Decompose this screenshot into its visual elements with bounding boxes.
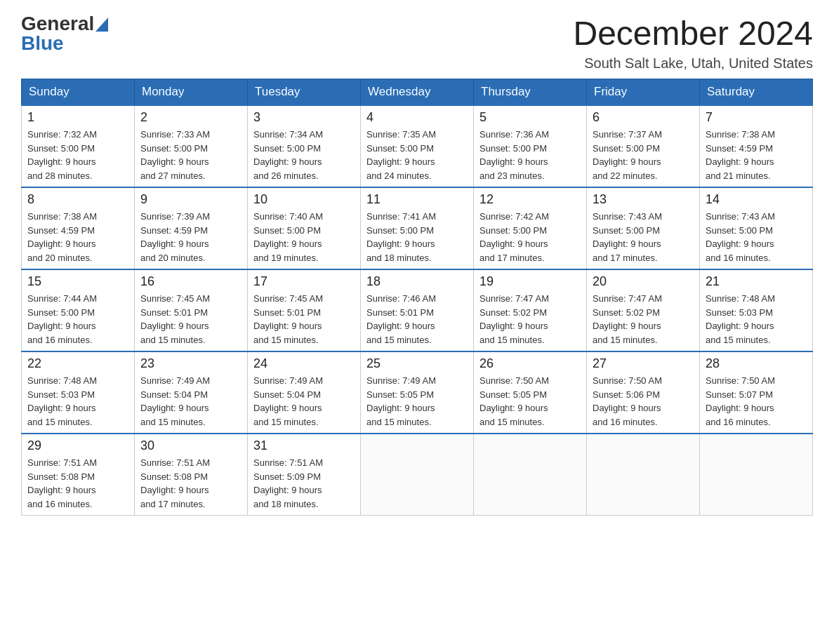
day-info: Sunrise: 7:37 AM Sunset: 5:00 PM Dayligh… xyxy=(593,128,694,182)
calendar-cell: 3 Sunrise: 7:34 AM Sunset: 5:00 PM Dayli… xyxy=(248,105,361,187)
day-info: Sunrise: 7:39 AM Sunset: 4:59 PM Dayligh… xyxy=(140,210,241,264)
day-info: Sunrise: 7:47 AM Sunset: 5:02 PM Dayligh… xyxy=(479,292,581,347)
calendar-cell: 25 Sunrise: 7:49 AM Sunset: 5:05 PM Dayl… xyxy=(361,351,474,434)
day-info: Sunrise: 7:48 AM Sunset: 5:03 PM Dayligh… xyxy=(27,374,128,429)
logo-blue: Blue xyxy=(21,34,64,53)
weekday-header-row: SundayMondayTuesdayWednesdayThursdayFrid… xyxy=(22,79,813,106)
day-number: 7 xyxy=(706,110,807,125)
day-info: Sunrise: 7:35 AM Sunset: 5:00 PM Dayligh… xyxy=(366,128,468,182)
day-number: 13 xyxy=(593,192,694,207)
calendar-cell: 7 Sunrise: 7:38 AM Sunset: 4:59 PM Dayli… xyxy=(700,105,813,187)
week-row-4: 22 Sunrise: 7:48 AM Sunset: 5:03 PM Dayl… xyxy=(22,351,813,434)
day-info: Sunrise: 7:50 AM Sunset: 5:05 PM Dayligh… xyxy=(479,374,581,429)
day-info: Sunrise: 7:49 AM Sunset: 5:04 PM Dayligh… xyxy=(140,374,241,429)
day-number: 4 xyxy=(366,110,468,125)
day-number: 28 xyxy=(706,356,807,371)
svg-marker-0 xyxy=(95,18,108,32)
weekday-header-wednesday: Wednesday xyxy=(361,79,474,106)
calendar-cell xyxy=(474,434,587,516)
calendar-cell: 29 Sunrise: 7:51 AM Sunset: 5:08 PM Dayl… xyxy=(22,434,135,516)
week-row-5: 29 Sunrise: 7:51 AM Sunset: 5:08 PM Dayl… xyxy=(22,434,813,516)
day-info: Sunrise: 7:51 AM Sunset: 5:08 PM Dayligh… xyxy=(140,456,241,511)
day-info: Sunrise: 7:38 AM Sunset: 4:59 PM Dayligh… xyxy=(27,210,128,264)
day-info: Sunrise: 7:42 AM Sunset: 5:00 PM Dayligh… xyxy=(479,210,581,264)
calendar-cell: 13 Sunrise: 7:43 AM Sunset: 5:00 PM Dayl… xyxy=(587,187,700,269)
day-number: 11 xyxy=(366,192,468,207)
week-row-3: 15 Sunrise: 7:44 AM Sunset: 5:00 PM Dayl… xyxy=(22,269,813,351)
day-info: Sunrise: 7:48 AM Sunset: 5:03 PM Dayligh… xyxy=(706,292,807,347)
day-number: 15 xyxy=(27,274,128,289)
day-number: 8 xyxy=(27,192,128,207)
calendar-cell: 19 Sunrise: 7:47 AM Sunset: 5:02 PM Dayl… xyxy=(474,269,587,351)
day-number: 6 xyxy=(593,110,694,125)
calendar-cell: 8 Sunrise: 7:38 AM Sunset: 4:59 PM Dayli… xyxy=(22,187,135,269)
logo-triangle-icon xyxy=(95,18,108,32)
day-info: Sunrise: 7:40 AM Sunset: 5:00 PM Dayligh… xyxy=(253,210,355,264)
calendar-cell: 18 Sunrise: 7:46 AM Sunset: 5:01 PM Dayl… xyxy=(361,269,474,351)
day-info: Sunrise: 7:47 AM Sunset: 5:02 PM Dayligh… xyxy=(593,292,694,347)
calendar-cell: 15 Sunrise: 7:44 AM Sunset: 5:00 PM Dayl… xyxy=(22,269,135,351)
day-info: Sunrise: 7:50 AM Sunset: 5:06 PM Dayligh… xyxy=(593,374,694,429)
calendar-cell: 14 Sunrise: 7:43 AM Sunset: 5:00 PM Dayl… xyxy=(700,187,813,269)
day-info: Sunrise: 7:44 AM Sunset: 5:00 PM Dayligh… xyxy=(27,292,128,347)
day-info: Sunrise: 7:50 AM Sunset: 5:07 PM Dayligh… xyxy=(706,374,807,429)
weekday-header-monday: Monday xyxy=(135,79,248,106)
week-row-2: 8 Sunrise: 7:38 AM Sunset: 4:59 PM Dayli… xyxy=(22,187,813,269)
weekday-header-sunday: Sunday xyxy=(22,79,135,106)
day-number: 21 xyxy=(706,274,807,289)
day-number: 1 xyxy=(27,110,128,125)
month-title: December 2024 xyxy=(573,14,813,53)
day-number: 5 xyxy=(479,110,581,125)
day-number: 10 xyxy=(253,192,355,207)
calendar-cell: 22 Sunrise: 7:48 AM Sunset: 5:03 PM Dayl… xyxy=(22,351,135,434)
day-info: Sunrise: 7:45 AM Sunset: 5:01 PM Dayligh… xyxy=(253,292,355,347)
day-info: Sunrise: 7:36 AM Sunset: 5:00 PM Dayligh… xyxy=(479,128,581,182)
week-row-1: 1 Sunrise: 7:32 AM Sunset: 5:00 PM Dayli… xyxy=(22,105,813,187)
day-info: Sunrise: 7:34 AM Sunset: 5:00 PM Dayligh… xyxy=(253,128,355,182)
day-info: Sunrise: 7:41 AM Sunset: 5:00 PM Dayligh… xyxy=(366,210,468,264)
calendar-cell: 31 Sunrise: 7:51 AM Sunset: 5:09 PM Dayl… xyxy=(248,434,361,516)
day-number: 22 xyxy=(27,356,128,371)
calendar-cell: 2 Sunrise: 7:33 AM Sunset: 5:00 PM Dayli… xyxy=(135,105,248,187)
day-info: Sunrise: 7:38 AM Sunset: 4:59 PM Dayligh… xyxy=(706,128,807,182)
day-number: 31 xyxy=(253,438,355,453)
logo: General Blue xyxy=(21,14,108,53)
day-number: 17 xyxy=(253,274,355,289)
day-info: Sunrise: 7:45 AM Sunset: 5:01 PM Dayligh… xyxy=(140,292,241,347)
day-number: 19 xyxy=(479,274,581,289)
weekday-header-friday: Friday xyxy=(587,79,700,106)
day-number: 27 xyxy=(593,356,694,371)
calendar-cell: 30 Sunrise: 7:51 AM Sunset: 5:08 PM Dayl… xyxy=(135,434,248,516)
calendar-cell: 4 Sunrise: 7:35 AM Sunset: 5:00 PM Dayli… xyxy=(361,105,474,187)
calendar-cell: 21 Sunrise: 7:48 AM Sunset: 5:03 PM Dayl… xyxy=(700,269,813,351)
day-number: 9 xyxy=(140,192,241,207)
day-info: Sunrise: 7:51 AM Sunset: 5:09 PM Dayligh… xyxy=(253,456,355,511)
day-info: Sunrise: 7:33 AM Sunset: 5:00 PM Dayligh… xyxy=(140,128,241,182)
day-info: Sunrise: 7:43 AM Sunset: 5:00 PM Dayligh… xyxy=(706,210,807,264)
location-subtitle: South Salt Lake, Utah, United States xyxy=(573,55,813,72)
calendar-cell: 5 Sunrise: 7:36 AM Sunset: 5:00 PM Dayli… xyxy=(474,105,587,187)
day-number: 12 xyxy=(479,192,581,207)
calendar-cell: 17 Sunrise: 7:45 AM Sunset: 5:01 PM Dayl… xyxy=(248,269,361,351)
day-number: 24 xyxy=(253,356,355,371)
calendar-cell: 26 Sunrise: 7:50 AM Sunset: 5:05 PM Dayl… xyxy=(474,351,587,434)
day-info: Sunrise: 7:51 AM Sunset: 5:08 PM Dayligh… xyxy=(27,456,128,511)
day-number: 20 xyxy=(593,274,694,289)
calendar-cell: 24 Sunrise: 7:49 AM Sunset: 5:04 PM Dayl… xyxy=(248,351,361,434)
calendar-cell xyxy=(361,434,474,516)
day-info: Sunrise: 7:43 AM Sunset: 5:00 PM Dayligh… xyxy=(593,210,694,264)
weekday-header-tuesday: Tuesday xyxy=(248,79,361,106)
calendar-cell: 6 Sunrise: 7:37 AM Sunset: 5:00 PM Dayli… xyxy=(587,105,700,187)
day-number: 16 xyxy=(140,274,241,289)
calendar-cell xyxy=(700,434,813,516)
calendar-cell: 10 Sunrise: 7:40 AM Sunset: 5:00 PM Dayl… xyxy=(248,187,361,269)
day-info: Sunrise: 7:49 AM Sunset: 5:05 PM Dayligh… xyxy=(366,374,468,429)
day-number: 25 xyxy=(366,356,468,371)
calendar-cell: 1 Sunrise: 7:32 AM Sunset: 5:00 PM Dayli… xyxy=(22,105,135,187)
calendar-table: SundayMondayTuesdayWednesdayThursdayFrid… xyxy=(21,79,813,516)
day-number: 18 xyxy=(366,274,468,289)
calendar-cell: 16 Sunrise: 7:45 AM Sunset: 5:01 PM Dayl… xyxy=(135,269,248,351)
day-number: 30 xyxy=(140,438,241,453)
weekday-header-thursday: Thursday xyxy=(474,79,587,106)
logo-general: General xyxy=(21,14,94,34)
